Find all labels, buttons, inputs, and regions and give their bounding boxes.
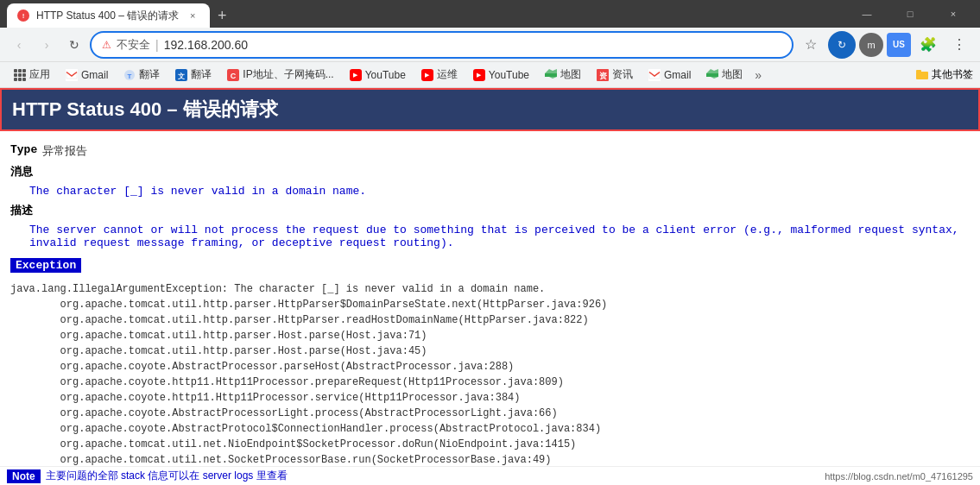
active-tab[interactable]: ! HTTP Status 400 – 错误的请求 ×	[7, 3, 210, 28]
menu-button[interactable]: ⋮	[945, 31, 973, 59]
minimize-button[interactable]: —	[847, 0, 887, 28]
message-row: 消息	[10, 164, 970, 180]
new-tab-button[interactable]: +	[210, 3, 234, 28]
stack-trace: java.lang.IllegalArgumentException: The …	[10, 281, 970, 466]
bookmark-zixun-label: 资讯	[612, 67, 633, 82]
browser-sync-button[interactable]: ↻	[828, 31, 856, 59]
extensions-button[interactable]: 🧩	[914, 31, 942, 59]
bookmark-gmail2-label: Gmail	[664, 69, 691, 81]
security-icon: ⚠	[102, 39, 111, 51]
exception-label: Exception	[10, 253, 970, 278]
navigation-bar: ‹ › ↻ ⚠ 不安全 | 192.168.200.60 ☆ ↻ m US 🧩 …	[0, 28, 980, 62]
more-bookmarks-icon: »	[755, 68, 762, 82]
title-bar: ! HTTP Status 400 – 错误的请求 × + — □ ×	[0, 0, 980, 28]
bookmark-map2-label: 地图	[722, 67, 743, 82]
bookmarks-bar: 应用 Gmail T 翻译 文 翻译 C IP地址、子网掩码... YouTub…	[0, 62, 980, 88]
tab-area: ! HTTP Status 400 – 错误的请求 × +	[7, 0, 840, 28]
description-key: 描述	[10, 203, 33, 218]
bookmark-youtube2-label: YouTube	[489, 69, 529, 81]
bookmark-translate2[interactable]: 文 翻译	[168, 65, 218, 85]
svg-text:C: C	[231, 72, 237, 80]
svg-text:T: T	[128, 72, 132, 80]
svg-rect-13	[916, 70, 921, 72]
youtube1-icon	[350, 69, 362, 81]
map2-icon	[706, 69, 718, 81]
svg-rect-12	[916, 72, 928, 79]
bookmark-gmail[interactable]: Gmail	[59, 65, 115, 85]
type-row: Type 异常报告	[10, 143, 970, 159]
content-body: Type 异常报告 消息 The character [_] is never …	[0, 131, 980, 466]
bookmark-ip[interactable]: C IP地址、子网掩码...	[220, 65, 340, 85]
puzzle-icon: 🧩	[920, 36, 937, 53]
nav-right-buttons: ☆ ↻ m US 🧩 ⋮	[797, 31, 973, 59]
bookmark-translate1-label: 翻译	[139, 67, 160, 82]
reload-button[interactable]: ↻	[62, 33, 86, 57]
bookmark-youtube2[interactable]: YouTube	[466, 65, 536, 85]
type-value: 异常报告	[42, 143, 87, 159]
message-key: 消息	[10, 164, 33, 180]
extension-label: US	[893, 40, 905, 49]
maximize-button[interactable]: □	[890, 0, 930, 28]
bookmark-ip-label: IP地址、子网掩码...	[243, 67, 333, 82]
bookmark-map1-label: 地图	[560, 67, 581, 82]
tab-title: HTTP Status 400 – 错误的请求	[36, 9, 179, 23]
page-content: HTTP Status 400 – 错误的请求 Type 异常报告 消息 The…	[0, 88, 980, 466]
address-separator: |	[155, 38, 159, 52]
note-bar: Note 主要问题的全部 stack 信息可以在 server logs 里查看…	[0, 466, 980, 485]
tab-favicon: !	[17, 9, 29, 22]
note-text: 主要问题的全部 stack 信息可以在 server logs 里查看	[46, 469, 288, 483]
bookmark-youtube1-label: YouTube	[365, 69, 406, 81]
youtube2-icon	[473, 69, 485, 81]
translate1-icon: T	[123, 69, 136, 81]
description-value: The server cannot or will not process th…	[29, 224, 970, 249]
address-bar[interactable]: ⚠ 不安全 | 192.168.200.60	[90, 31, 793, 59]
url-text: 192.168.200.60	[164, 38, 781, 52]
bookmark-star-button[interactable]: ☆	[797, 31, 825, 59]
http-status-title: HTTP Status 400 – 错误的请求	[12, 97, 968, 123]
exception-badge: Exception	[10, 258, 81, 273]
tab-close-button[interactable]: ×	[186, 9, 199, 22]
description-row: 描述	[10, 203, 970, 218]
svg-text:资: 资	[599, 72, 608, 80]
window-controls: — □ ×	[847, 0, 973, 28]
yunwei-icon	[421, 69, 433, 81]
security-label: 不安全	[117, 37, 150, 53]
bookmark-apps[interactable]: 应用	[7, 65, 57, 85]
bookmark-map1[interactable]: 地图	[538, 65, 588, 85]
bookmark-gmail-label: Gmail	[81, 69, 108, 81]
apps-icon	[14, 69, 26, 81]
folder-icon	[916, 69, 928, 81]
gmail2-icon	[648, 69, 661, 81]
extension-button[interactable]: US	[887, 33, 911, 57]
svg-text:文: 文	[178, 72, 185, 80]
bookmark-zixun[interactable]: 资 资讯	[590, 65, 640, 85]
translate2-icon: 文	[175, 69, 187, 81]
note-label: Note	[7, 469, 41, 483]
message-value: The character [_] is never valid in a do…	[29, 185, 970, 198]
sync-icon: ↻	[838, 39, 846, 51]
bookmark-translate1[interactable]: T 翻译	[117, 65, 167, 85]
bookmark-translate2-label: 翻译	[191, 67, 212, 82]
profile-icon[interactable]: m	[859, 33, 883, 57]
back-button[interactable]: ‹	[7, 33, 31, 57]
bookmark-apps-label: 应用	[29, 67, 50, 82]
bookmark-yunwei-label: 运维	[437, 67, 458, 82]
forward-button[interactable]: ›	[35, 33, 59, 57]
gmail-icon	[66, 69, 78, 81]
bookmark-yunwei[interactable]: 运维	[414, 65, 465, 85]
bookmark-map2[interactable]: 地图	[699, 65, 749, 85]
close-button[interactable]: ×	[933, 0, 973, 28]
bookmark-youtube1[interactable]: YouTube	[343, 65, 413, 85]
other-bookmarks-label: 其他书签	[932, 67, 973, 82]
profile-letter: m	[867, 40, 875, 50]
bookmark-more[interactable]: »	[755, 68, 762, 82]
zixun-icon: 资	[597, 69, 609, 81]
other-bookmarks[interactable]: 其他书签	[916, 67, 973, 82]
note-url: https://blog.csdn.net/m0_47161295	[825, 471, 973, 482]
type-key: Type	[10, 143, 37, 156]
http-status-header: HTTP Status 400 – 错误的请求	[0, 88, 980, 131]
bookmark-gmail2[interactable]: Gmail	[642, 65, 698, 85]
ip-icon: C	[227, 69, 239, 81]
map1-icon	[545, 69, 557, 81]
